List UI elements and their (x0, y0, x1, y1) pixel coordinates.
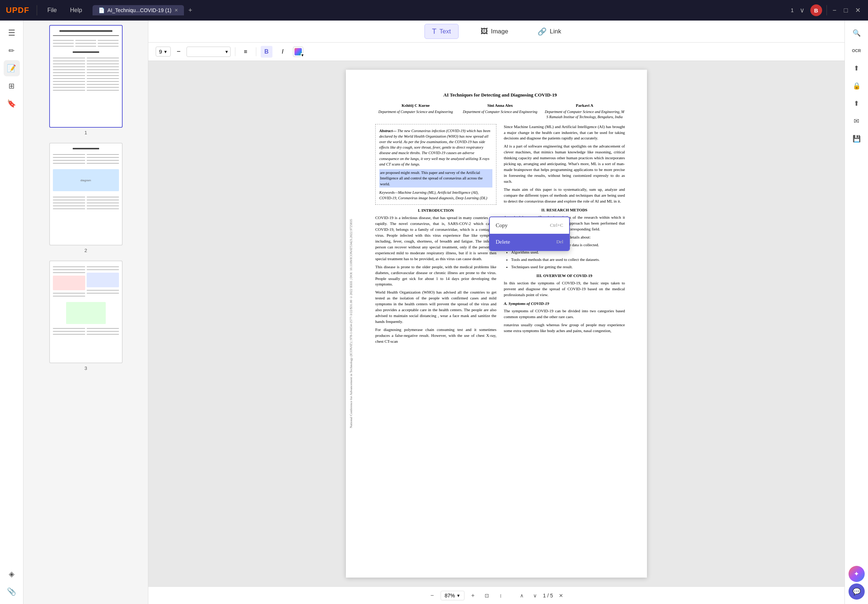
sidebar-item-edit[interactable]: 📝 (4, 60, 20, 76)
close-page-nav-btn[interactable]: ✕ (556, 590, 566, 601)
sidebar-item-document[interactable]: ☰ (4, 25, 20, 41)
prev-page-btn[interactable]: ∧ (517, 590, 527, 601)
tab-bar: 📄 AI_Techniqu...COVID-19 (1) ✕ + (93, 5, 784, 16)
chat-button[interactable]: 💬 (849, 584, 865, 599)
topbar: UPDF File Help 📄 AI_Techniqu...COVID-19 … (0, 0, 868, 20)
maximize-icon[interactable]: □ (842, 5, 849, 16)
ocr-button[interactable]: OCR (849, 43, 865, 59)
tab-close-icon[interactable]: ✕ (174, 8, 178, 13)
right-para-3: The main aim of this paper is to systema… (504, 187, 625, 204)
email-button[interactable]: ✉ (849, 113, 865, 129)
author-2: Sini Anna Alex Department of Computer Sc… (460, 103, 541, 119)
abstract-selected-text: are proposed might result. This paper an… (379, 169, 492, 187)
abstract-text: Abstract— The new Coronavirus infection … (379, 128, 492, 167)
context-menu: Copy Ctrl+C Delete Del (489, 216, 570, 251)
font-size-selector[interactable]: 9 ▼ (156, 46, 171, 57)
overview-para: In this section the symptoms of COVID-19… (504, 280, 625, 298)
ai-assistant-button[interactable]: ✦ (849, 566, 865, 582)
convert-button[interactable]: ⬆ (849, 60, 865, 76)
thumb-label-3: 3 (84, 366, 87, 371)
edit-toolbar: T Text 🖼 Image 🔗 Link (148, 20, 845, 43)
content-area: T Text 🖼 Image 🔗 Link 9 ▼ − ▼ ≡ (148, 20, 845, 604)
zoom-level-display[interactable]: 87% ▼ (440, 591, 465, 600)
format-divider-2 (256, 47, 256, 56)
app-logo: UPDF (6, 6, 29, 15)
font-size-dropdown-icon[interactable]: ▼ (163, 49, 167, 54)
author-2-name: Sini Anna Alex (460, 103, 541, 108)
link-tool-button[interactable]: 🔗 Link (530, 24, 568, 39)
sidebar-item-pages[interactable]: ⊞ (4, 78, 20, 94)
sidebar-item-layers[interactable]: ◈ (4, 566, 20, 582)
text-color-swatch[interactable]: ▼ (293, 46, 303, 57)
search-button[interactable]: 🔍 (849, 25, 865, 41)
zoom-dropdown-icon[interactable]: ▼ (456, 593, 460, 598)
file-menu[interactable]: File (45, 6, 60, 15)
text-tool-button[interactable]: T Text (425, 24, 459, 39)
next-page-btn[interactable]: ∨ (530, 590, 540, 601)
align-left-btn[interactable]: ≡ (240, 46, 251, 58)
right-sidebar: 🔍 OCR ⬆ 🔒 ⬆ ✉ 💾 ✦ 💬 (845, 20, 868, 604)
image-tool-icon: 🖼 (480, 27, 488, 36)
text-tool-icon: T (432, 27, 437, 36)
thumb-page-2[interactable]: diagram (49, 143, 122, 246)
zoom-in-button[interactable]: + (467, 590, 479, 601)
pdf-viewer[interactable]: National Conference for Advancement in T… (148, 61, 845, 586)
zoom-out-button[interactable]: − (427, 590, 438, 601)
sidebar-item-bookmark[interactable]: 🔖 (4, 96, 20, 111)
sidebar-item-pen[interactable]: ✏ (4, 43, 20, 59)
font-family-selector[interactable]: ▼ (186, 46, 231, 57)
symptoms-title: A. Symptoms of COVID-19 (504, 301, 625, 307)
font-minus-btn[interactable]: − (175, 48, 182, 56)
minimize-icon[interactable]: − (831, 5, 838, 16)
sidebar-item-pin[interactable]: 📎 (4, 584, 20, 599)
author-2-dept: Department of Computer Science and Engin… (460, 109, 541, 114)
author-3-name: Parkavi A (544, 103, 625, 108)
symptoms-cont: ronavirus usually cough whereas few grou… (504, 322, 625, 334)
save-button[interactable]: 💾 (849, 131, 865, 147)
thumb-page-3[interactable] (49, 261, 122, 363)
thumb-page-1[interactable] (49, 25, 122, 128)
fit-page-btn[interactable]: ⊡ (481, 590, 492, 601)
share-button[interactable]: ⬆ (849, 96, 865, 111)
author-1: Kshitij C Kurne Department of Computer S… (375, 103, 456, 119)
protect-button[interactable]: 🔒 (849, 78, 865, 94)
paper-title-text: AI Techniques for Detecting and Diagnosi… (375, 92, 625, 98)
thumbnail-page-1[interactable]: 1 (29, 25, 142, 135)
intro-title: I. Introduction (375, 208, 496, 213)
thumbnails-panel: 1 diagram 2 (23, 20, 148, 604)
fit-width-btn[interactable]: ↕ (495, 590, 506, 601)
intro-para-2: This disease is prone to the older peopl… (375, 264, 496, 288)
link-tool-icon: 🔗 (538, 27, 547, 36)
delete-menu-item[interactable]: Delete Del (490, 234, 569, 250)
close-icon[interactable]: ✕ (854, 5, 862, 16)
bullet-3: Tools and methods that are used to colle… (511, 257, 625, 263)
right-para-2: AI is a part of software engineering tha… (504, 144, 625, 185)
author-3-dept: Department of Computer Science and Engin… (544, 109, 625, 120)
text-tool-label: Text (440, 28, 451, 35)
active-tab[interactable]: 📄 AI_Techniqu...COVID-19 (1) ✕ (93, 5, 184, 15)
author-1-dept: Department of Computer Science and Engin… (375, 109, 456, 114)
copy-menu-item[interactable]: Copy Ctrl+C (490, 217, 569, 234)
left-column: Abstract— The new Coronavirus infection … (375, 124, 496, 344)
italic-btn[interactable]: I (277, 46, 288, 58)
author-3: Parkavi A Department of Computer Science… (544, 103, 625, 119)
thumbnail-page-2[interactable]: diagram 2 (29, 143, 142, 253)
font-size-value: 9 (159, 48, 162, 55)
font-dropdown-icon: ▼ (225, 49, 229, 54)
intro-para-1: COVID-19 is a infectious disease, that h… (375, 215, 496, 262)
image-tool-button[interactable]: 🖼 Image (473, 24, 516, 39)
authors-section: Kshitij C Kurne Department of Computer S… (375, 103, 625, 119)
tab-icon: 📄 (98, 7, 105, 13)
help-menu[interactable]: Help (67, 6, 85, 15)
keywords-body: Keywords—Machine Learning (ML), Artifici… (379, 190, 487, 200)
overview-title: III. Overview of COVID-19 (504, 273, 625, 279)
bold-btn[interactable]: B (261, 46, 273, 58)
pdf-page: National Conference for Advancement in T… (346, 70, 647, 578)
keywords-text: Keywords—Machine Learning (ML), Artifici… (379, 190, 492, 201)
tab-add-button[interactable]: + (185, 5, 195, 16)
current-page: 1 (543, 593, 546, 598)
avatar[interactable]: B (811, 5, 822, 16)
thumbnail-page-3[interactable]: 3 (29, 261, 142, 371)
chevron-down-icon[interactable]: ∨ (798, 5, 806, 16)
tab-label: AI_Techniqu...COVID-19 (1) (108, 7, 172, 13)
